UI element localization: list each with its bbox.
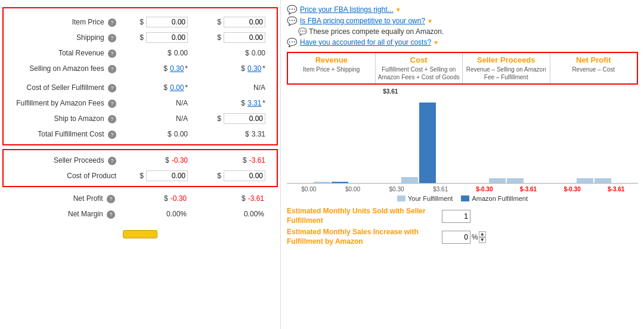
cost-seller-val-col1[interactable]: 0.00	[170, 83, 184, 92]
chart-area	[287, 88, 638, 184]
seller-proceeds-col2: $ -3.61	[197, 156, 275, 164]
shipping-col1: $	[120, 32, 197, 43]
cost-product-input-col2[interactable]	[224, 170, 265, 181]
arrow-2: ▼	[427, 18, 433, 24]
x-label-seller-proceeds-light: $-0.30	[463, 186, 507, 193]
summary-col-seller-proceeds-sub: Revenue – Selling on Amazon Fee – Fulfil…	[464, 66, 549, 81]
cost-seller-col2: N/A	[197, 83, 275, 92]
seller-proceeds-row: Seller Proceeds ? $ -0.30 $ -3.61	[4, 153, 277, 168]
left-panel: Item Price ? $ $ Shipping ? $	[0, 0, 280, 329]
monthly-increase-label: Estimated Monthly Sales Increase with Fu…	[287, 228, 442, 246]
arrow-1: ▼	[395, 7, 401, 13]
total-revenue-val-col2: 0.00	[252, 49, 265, 57]
link-row-3: 💬 Have you accounted for all of your cos…	[287, 38, 638, 47]
fba-fees-val-col2[interactable]: 3.31	[247, 99, 261, 107]
seller-proceeds-val-col2: -3.61	[249, 156, 265, 164]
net-profit-val-col1: -0.30	[171, 194, 187, 203]
shipping-input-col2[interactable]	[224, 32, 265, 43]
bar-net-profit-blue	[595, 178, 611, 183]
legend-item-your-fulfillment: Your Fulfillment	[397, 195, 453, 202]
bar-cost-blue	[419, 103, 436, 183]
net-profit-row: Net Profit ? $ -0.30 $ -3.61	[2, 191, 278, 206]
chart-group-revenue	[287, 88, 374, 183]
item-price-input-col1[interactable]	[146, 17, 188, 27]
item-price-col1: $	[120, 17, 197, 27]
links-section: 💬 Price your FBA listings right... ▼ 💬 I…	[287, 5, 638, 47]
calculate-button[interactable]	[123, 230, 157, 238]
selling-fees-val-col2[interactable]: 0.30	[247, 64, 261, 73]
item-price-label: Item Price ?	[4, 18, 120, 27]
chart-group-cost	[374, 88, 462, 183]
total-fulfillment-info-icon[interactable]: ?	[108, 131, 116, 139]
net-margin-col1: 0.00%	[119, 210, 196, 218]
summary-col-cost-sub: Fulfillment Cost + Selling on Amazon Fee…	[377, 66, 462, 81]
summary-col-revenue-title: Revenue	[289, 55, 374, 64]
total-revenue-col2: $ 0.00	[197, 49, 275, 57]
summary-col-seller-proceeds-title: Seller Proceeds	[464, 55, 549, 64]
item-price-input-col2[interactable]	[224, 17, 265, 27]
x-label-seller-proceeds-blue: $-3.61	[506, 186, 550, 193]
monthly-increase-input[interactable]	[442, 231, 470, 244]
net-margin-label: Net Margin ?	[2, 210, 119, 219]
net-margin-info-icon[interactable]: ?	[107, 210, 115, 219]
cost-product-label: Cost of Product ?	[4, 172, 120, 180]
x-label-net-profit-blue: $-3.61	[594, 186, 638, 193]
selling-fees-val-col1[interactable]: 0.30	[170, 64, 184, 73]
fba-fees-info-icon[interactable]: ?	[108, 100, 116, 108]
chart-bar-pair-cost	[401, 103, 436, 183]
net-profit-info-icon[interactable]: ?	[107, 195, 115, 203]
monthly-increase-row: Estimated Monthly Sales Increase with Fu…	[287, 228, 638, 246]
ship-to-amazon-input-col2[interactable]	[224, 113, 265, 124]
fba-fees-row: Fulfillment by Amazon Fees ? N/A $ 3.31*	[4, 95, 277, 111]
spin-down-arrow[interactable]: ▼	[479, 237, 486, 243]
summary-col-revenue-sub: Item Price + Shipping	[289, 66, 374, 73]
bar-seller-proceeds-light	[489, 178, 506, 183]
link-1[interactable]: Price your FBA listings right...	[300, 5, 394, 14]
link-2[interactable]: Is FBA pricing competitive to your own?	[300, 17, 425, 25]
spin-up-arrow[interactable]: ▲	[479, 231, 486, 237]
ship-to-amazon-info-icon[interactable]: ?	[108, 115, 116, 123]
legend-item-amazon-fulfillment: Amazon Fulfillment	[461, 195, 528, 202]
seller-proceeds-section: Seller Proceeds ? $ -0.30 $ -3.61 Cost o…	[2, 149, 278, 187]
bar-seller-proceeds-blue	[507, 178, 524, 183]
chart-group-net-profit	[550, 88, 638, 183]
x-label-revenue-light: $0.00	[287, 186, 331, 193]
spin-arrows[interactable]: ▲ ▼	[479, 231, 486, 243]
fba-fees-col1: N/A	[120, 99, 197, 107]
cost-product-input-col1[interactable]	[146, 170, 188, 181]
plain-text-1: 💬 These prices compete equally on Amazon…	[298, 27, 638, 36]
cost-seller-fulfillment-row: Cost of Seller Fulfillment ? $ 0.00* N/A	[4, 80, 277, 95]
summary-col-seller-proceeds: Seller Proceeds Revenue – Selling on Ama…	[463, 53, 550, 83]
link-3[interactable]: Have you accounted for all of your costs…	[300, 38, 431, 46]
monthly-units-input[interactable]	[442, 210, 470, 223]
total-revenue-label: Total Revenue ?	[4, 49, 120, 58]
bubble-icon-3: 💬	[298, 27, 307, 36]
seller-proceeds-col1: $ -0.30	[120, 156, 197, 164]
ship-to-amazon-row: Ship to Amazon ? N/A $	[4, 111, 277, 126]
total-revenue-info-icon[interactable]: ?	[108, 49, 116, 58]
selling-fees-info-icon[interactable]: ?	[108, 65, 116, 73]
cost-seller-info-icon[interactable]: ?	[108, 84, 116, 92]
summary-col-cost: Cost Fulfillment Cost + Selling on Amazo…	[376, 53, 463, 83]
shipping-info-icon[interactable]: ?	[108, 34, 116, 42]
ship-to-amazon-na-col1: N/A	[176, 114, 188, 123]
x-label-net-profit-light: $-0.30	[550, 186, 595, 193]
bar-cost-light	[401, 177, 418, 183]
total-fulfillment-val-col2: 3.31	[252, 130, 265, 138]
net-profit-col1: $ -0.30	[119, 194, 196, 203]
summary-col-revenue: Revenue Item Price + Shipping	[288, 53, 376, 83]
shipping-input-col1[interactable]	[146, 32, 188, 43]
seller-proceeds-info-icon[interactable]: ?	[108, 157, 116, 165]
net-margin-row: Net Margin ? 0.00% 0.00%	[2, 206, 278, 222]
ship-to-amazon-col2: $	[197, 113, 275, 124]
total-revenue-col1: $ 0.00	[120, 49, 197, 57]
bubble-icon-2: 💬	[287, 16, 297, 26]
item-price-info-icon[interactable]: ?	[108, 18, 116, 27]
total-revenue-val-col1: 0.00	[174, 49, 188, 57]
total-revenue-row: Total Revenue ? $ 0.00 $ 0.00	[4, 45, 277, 61]
cost-product-row: Cost of Product ? $ $	[4, 168, 277, 184]
calculate-row	[2, 228, 278, 238]
chart-bar-pair-revenue	[314, 182, 348, 183]
legend-label-your-fulfillment: Your Fulfillment	[408, 195, 453, 202]
summary-col-net-profit-title: Net Profit	[552, 55, 636, 64]
